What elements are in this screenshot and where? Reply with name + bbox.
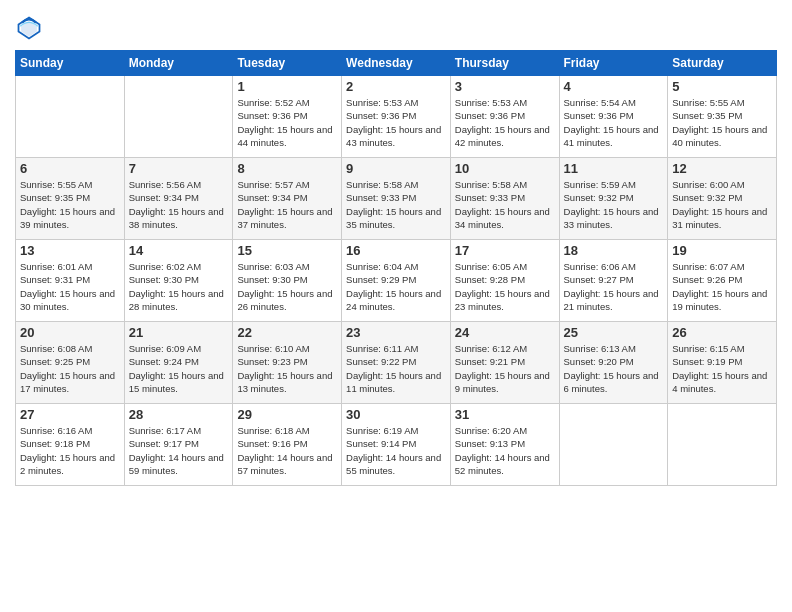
day-info: Sunrise: 6:11 AM Sunset: 9:22 PM Dayligh… — [346, 342, 446, 395]
day-number: 28 — [129, 407, 229, 422]
calendar-cell: 8Sunrise: 5:57 AM Sunset: 9:34 PM Daylig… — [233, 158, 342, 240]
calendar-cell: 29Sunrise: 6:18 AM Sunset: 9:16 PM Dayli… — [233, 404, 342, 486]
day-info: Sunrise: 5:56 AM Sunset: 9:34 PM Dayligh… — [129, 178, 229, 231]
day-number: 25 — [564, 325, 664, 340]
day-info: Sunrise: 5:59 AM Sunset: 9:32 PM Dayligh… — [564, 178, 664, 231]
day-info: Sunrise: 5:57 AM Sunset: 9:34 PM Dayligh… — [237, 178, 337, 231]
page: SundayMondayTuesdayWednesdayThursdayFrid… — [0, 0, 792, 612]
calendar-cell: 1Sunrise: 5:52 AM Sunset: 9:36 PM Daylig… — [233, 76, 342, 158]
calendar-cell: 18Sunrise: 6:06 AM Sunset: 9:27 PM Dayli… — [559, 240, 668, 322]
calendar-row-0: 1Sunrise: 5:52 AM Sunset: 9:36 PM Daylig… — [16, 76, 777, 158]
calendar-cell: 17Sunrise: 6:05 AM Sunset: 9:28 PM Dayli… — [450, 240, 559, 322]
calendar-cell: 11Sunrise: 5:59 AM Sunset: 9:32 PM Dayli… — [559, 158, 668, 240]
day-info: Sunrise: 6:12 AM Sunset: 9:21 PM Dayligh… — [455, 342, 555, 395]
day-number: 5 — [672, 79, 772, 94]
day-info: Sunrise: 6:10 AM Sunset: 9:23 PM Dayligh… — [237, 342, 337, 395]
day-number: 19 — [672, 243, 772, 258]
day-info: Sunrise: 6:00 AM Sunset: 9:32 PM Dayligh… — [672, 178, 772, 231]
day-info: Sunrise: 6:03 AM Sunset: 9:30 PM Dayligh… — [237, 260, 337, 313]
day-number: 20 — [20, 325, 120, 340]
day-number: 11 — [564, 161, 664, 176]
day-info: Sunrise: 6:20 AM Sunset: 9:13 PM Dayligh… — [455, 424, 555, 477]
day-info: Sunrise: 6:05 AM Sunset: 9:28 PM Dayligh… — [455, 260, 555, 313]
header — [15, 10, 777, 42]
day-number: 2 — [346, 79, 446, 94]
day-number: 15 — [237, 243, 337, 258]
calendar: SundayMondayTuesdayWednesdayThursdayFrid… — [15, 50, 777, 486]
calendar-cell: 26Sunrise: 6:15 AM Sunset: 9:19 PM Dayli… — [668, 322, 777, 404]
calendar-cell: 23Sunrise: 6:11 AM Sunset: 9:22 PM Dayli… — [342, 322, 451, 404]
calendar-cell: 12Sunrise: 6:00 AM Sunset: 9:32 PM Dayli… — [668, 158, 777, 240]
weekday-header-friday: Friday — [559, 51, 668, 76]
calendar-cell: 20Sunrise: 6:08 AM Sunset: 9:25 PM Dayli… — [16, 322, 125, 404]
day-number: 22 — [237, 325, 337, 340]
calendar-cell — [559, 404, 668, 486]
calendar-cell: 7Sunrise: 5:56 AM Sunset: 9:34 PM Daylig… — [124, 158, 233, 240]
day-number: 1 — [237, 79, 337, 94]
day-info: Sunrise: 6:16 AM Sunset: 9:18 PM Dayligh… — [20, 424, 120, 477]
day-number: 26 — [672, 325, 772, 340]
calendar-cell: 25Sunrise: 6:13 AM Sunset: 9:20 PM Dayli… — [559, 322, 668, 404]
calendar-cell — [668, 404, 777, 486]
day-number: 14 — [129, 243, 229, 258]
day-number: 12 — [672, 161, 772, 176]
day-info: Sunrise: 6:18 AM Sunset: 9:16 PM Dayligh… — [237, 424, 337, 477]
calendar-row-3: 20Sunrise: 6:08 AM Sunset: 9:25 PM Dayli… — [16, 322, 777, 404]
day-info: Sunrise: 6:19 AM Sunset: 9:14 PM Dayligh… — [346, 424, 446, 477]
calendar-cell: 3Sunrise: 5:53 AM Sunset: 9:36 PM Daylig… — [450, 76, 559, 158]
day-info: Sunrise: 5:53 AM Sunset: 9:36 PM Dayligh… — [455, 96, 555, 149]
weekday-header-tuesday: Tuesday — [233, 51, 342, 76]
calendar-cell — [16, 76, 125, 158]
logo — [15, 14, 45, 42]
day-info: Sunrise: 5:58 AM Sunset: 9:33 PM Dayligh… — [455, 178, 555, 231]
day-number: 21 — [129, 325, 229, 340]
day-number: 8 — [237, 161, 337, 176]
day-info: Sunrise: 6:09 AM Sunset: 9:24 PM Dayligh… — [129, 342, 229, 395]
day-info: Sunrise: 6:15 AM Sunset: 9:19 PM Dayligh… — [672, 342, 772, 395]
weekday-header-saturday: Saturday — [668, 51, 777, 76]
calendar-cell: 9Sunrise: 5:58 AM Sunset: 9:33 PM Daylig… — [342, 158, 451, 240]
calendar-cell: 6Sunrise: 5:55 AM Sunset: 9:35 PM Daylig… — [16, 158, 125, 240]
calendar-cell: 28Sunrise: 6:17 AM Sunset: 9:17 PM Dayli… — [124, 404, 233, 486]
calendar-row-1: 6Sunrise: 5:55 AM Sunset: 9:35 PM Daylig… — [16, 158, 777, 240]
day-info: Sunrise: 5:53 AM Sunset: 9:36 PM Dayligh… — [346, 96, 446, 149]
calendar-cell: 31Sunrise: 6:20 AM Sunset: 9:13 PM Dayli… — [450, 404, 559, 486]
calendar-cell: 19Sunrise: 6:07 AM Sunset: 9:26 PM Dayli… — [668, 240, 777, 322]
calendar-row-4: 27Sunrise: 6:16 AM Sunset: 9:18 PM Dayli… — [16, 404, 777, 486]
weekday-header-thursday: Thursday — [450, 51, 559, 76]
day-info: Sunrise: 6:13 AM Sunset: 9:20 PM Dayligh… — [564, 342, 664, 395]
calendar-cell: 5Sunrise: 5:55 AM Sunset: 9:35 PM Daylig… — [668, 76, 777, 158]
day-number: 16 — [346, 243, 446, 258]
calendar-cell: 10Sunrise: 5:58 AM Sunset: 9:33 PM Dayli… — [450, 158, 559, 240]
calendar-body: 1Sunrise: 5:52 AM Sunset: 9:36 PM Daylig… — [16, 76, 777, 486]
calendar-header: SundayMondayTuesdayWednesdayThursdayFrid… — [16, 51, 777, 76]
day-number: 23 — [346, 325, 446, 340]
logo-icon — [15, 14, 43, 42]
day-number: 10 — [455, 161, 555, 176]
day-number: 24 — [455, 325, 555, 340]
day-info: Sunrise: 5:55 AM Sunset: 9:35 PM Dayligh… — [20, 178, 120, 231]
calendar-cell: 2Sunrise: 5:53 AM Sunset: 9:36 PM Daylig… — [342, 76, 451, 158]
calendar-cell: 16Sunrise: 6:04 AM Sunset: 9:29 PM Dayli… — [342, 240, 451, 322]
day-info: Sunrise: 6:01 AM Sunset: 9:31 PM Dayligh… — [20, 260, 120, 313]
calendar-row-2: 13Sunrise: 6:01 AM Sunset: 9:31 PM Dayli… — [16, 240, 777, 322]
day-number: 9 — [346, 161, 446, 176]
calendar-cell: 15Sunrise: 6:03 AM Sunset: 9:30 PM Dayli… — [233, 240, 342, 322]
day-number: 29 — [237, 407, 337, 422]
day-info: Sunrise: 6:17 AM Sunset: 9:17 PM Dayligh… — [129, 424, 229, 477]
calendar-cell: 27Sunrise: 6:16 AM Sunset: 9:18 PM Dayli… — [16, 404, 125, 486]
day-number: 27 — [20, 407, 120, 422]
day-info: Sunrise: 5:55 AM Sunset: 9:35 PM Dayligh… — [672, 96, 772, 149]
day-number: 3 — [455, 79, 555, 94]
day-info: Sunrise: 5:52 AM Sunset: 9:36 PM Dayligh… — [237, 96, 337, 149]
calendar-cell — [124, 76, 233, 158]
day-info: Sunrise: 6:02 AM Sunset: 9:30 PM Dayligh… — [129, 260, 229, 313]
day-number: 31 — [455, 407, 555, 422]
day-number: 4 — [564, 79, 664, 94]
day-number: 30 — [346, 407, 446, 422]
calendar-cell: 30Sunrise: 6:19 AM Sunset: 9:14 PM Dayli… — [342, 404, 451, 486]
day-info: Sunrise: 6:06 AM Sunset: 9:27 PM Dayligh… — [564, 260, 664, 313]
calendar-cell: 14Sunrise: 6:02 AM Sunset: 9:30 PM Dayli… — [124, 240, 233, 322]
day-number: 7 — [129, 161, 229, 176]
day-info: Sunrise: 5:54 AM Sunset: 9:36 PM Dayligh… — [564, 96, 664, 149]
